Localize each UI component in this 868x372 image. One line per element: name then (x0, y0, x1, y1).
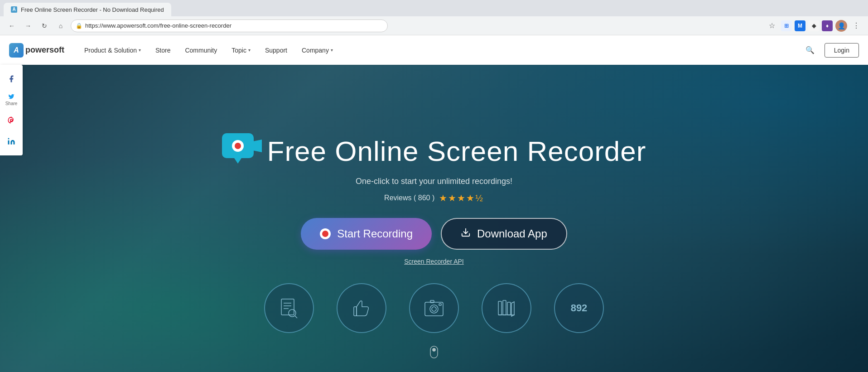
feature-icon-3[interactable] (409, 283, 459, 333)
svg-point-12 (432, 307, 436, 311)
star-rating: ★★★★½ (439, 193, 484, 203)
svg-rect-15 (498, 301, 502, 315)
ext-icon-3[interactable]: ◈ (808, 20, 819, 31)
recorder-dot (232, 140, 244, 152)
logo[interactable]: A powersoft (9, 43, 64, 58)
chevron-down-icon: ▾ (139, 48, 141, 53)
chevron-down-icon-topic: ▾ (248, 48, 251, 53)
scroll-indicator (429, 345, 439, 365)
site-navigation: A powersoft Product & Solution ▾ Store C… (0, 35, 868, 65)
url-text: https://www.apowersoft.com/free-online-s… (85, 22, 383, 29)
svg-point-7 (289, 309, 296, 317)
download-app-button[interactable]: Download App (441, 218, 567, 250)
nav-company[interactable]: Company ▾ (295, 43, 339, 58)
share-label: Share (5, 101, 18, 106)
chevron-down-icon-company: ▾ (331, 48, 333, 53)
api-link[interactable]: Screen Recorder API (404, 258, 464, 265)
feature-icon-1[interactable] (264, 283, 314, 333)
nav-product-solution[interactable]: Product & Solution ▾ (78, 43, 147, 58)
website-content: A powersoft Product & Solution ▾ Store C… (0, 35, 868, 372)
social-sidebar: Share (0, 65, 23, 155)
facebook-share-button[interactable] (0, 68, 23, 89)
download-icon (461, 227, 471, 240)
svg-line-8 (295, 316, 297, 318)
tab-favicon: A (11, 6, 17, 13)
logo-text: powersoft (25, 45, 64, 55)
nav-support[interactable]: Support (259, 43, 294, 58)
cta-row: Start Recording Download App (301, 218, 567, 250)
svg-rect-17 (507, 302, 511, 315)
svg-rect-16 (503, 300, 506, 315)
svg-rect-9 (354, 307, 357, 316)
search-button[interactable]: 🔍 (803, 43, 817, 58)
hero-content: Free Online Screen Recorder One-click to… (0, 65, 868, 372)
features-row: 892 (264, 283, 604, 333)
svg-rect-10 (425, 302, 443, 316)
svg-point-11 (430, 305, 438, 313)
pinterest-share-button[interactable] (0, 110, 23, 131)
record-indicator-icon (320, 228, 331, 239)
nav-community[interactable]: Community (178, 43, 223, 58)
nav-items: Product & Solution ▾ Store Community Top… (78, 43, 803, 58)
start-recording-button[interactable]: Start Recording (301, 218, 432, 250)
svg-rect-14 (439, 304, 441, 305)
browser-toolbar: ← → ↻ ⌂ 🔒 https://www.apowersoft.com/fre… (0, 16, 868, 35)
address-bar[interactable]: 🔒 https://www.apowersoft.com/free-online… (71, 19, 388, 32)
logo-icon: A (9, 43, 24, 58)
svg-rect-3 (281, 299, 294, 315)
ext-icon-4[interactable]: ♦ (822, 20, 833, 31)
start-recording-label: Start Recording (337, 227, 413, 240)
recorder-icon-background (222, 133, 254, 158)
twitter-share-button[interactable]: Share (0, 89, 23, 110)
reviews-count: 892 (571, 302, 588, 314)
nav-store[interactable]: Store (149, 43, 177, 58)
svg-point-20 (433, 348, 435, 351)
hero-title-row: Free Online Screen Recorder (222, 133, 646, 169)
reload-button[interactable]: ↻ (38, 19, 51, 32)
active-tab[interactable]: A Free Online Screen Recorder - No Downl… (4, 3, 171, 16)
recorder-app-icon (222, 133, 258, 169)
feature-icon-2[interactable] (337, 283, 386, 333)
login-button[interactable]: Login (825, 43, 859, 58)
browser-chrome: A Free Online Screen Recorder - No Downl… (0, 0, 868, 35)
more-options-button[interactable]: ⋮ (850, 19, 863, 32)
linkedin-share-button[interactable] (0, 131, 23, 152)
home-button[interactable]: ⌂ (54, 19, 67, 32)
tab-bar: A Free Online Screen Recorder - No Downl… (0, 0, 868, 16)
tab-title: Free Online Screen Recorder - No Downloa… (21, 6, 164, 13)
svg-rect-19 (430, 346, 438, 358)
ext-icon-2[interactable]: M (795, 20, 805, 31)
download-app-label: Download App (477, 227, 547, 240)
forward-button[interactable]: → (22, 19, 34, 32)
nav-right: 🔍 Login (803, 43, 859, 58)
back-button[interactable]: ← (5, 19, 18, 32)
svg-rect-13 (430, 300, 434, 303)
feature-reviews-badge[interactable]: 892 (554, 283, 604, 333)
feature-icon-4[interactable] (482, 283, 531, 333)
reviews-row: Reviews ( 860 ) ★★★★½ (384, 193, 484, 203)
ext-icon-1[interactable]: ⊞ (781, 20, 792, 31)
profile-avatar[interactable]: 👤 (835, 20, 847, 32)
hero-subtitle: One-click to start your unlimited record… (356, 177, 512, 186)
svg-point-1 (8, 138, 10, 140)
nav-topic[interactable]: Topic ▾ (225, 43, 257, 58)
lock-icon: 🔒 (76, 23, 82, 29)
hero-title: Free Online Screen Recorder (267, 136, 646, 167)
toolbar-right: ☆ ⊞ M ◈ ♦ 👤 ⋮ (766, 19, 863, 32)
reviews-label: Reviews ( 860 ) (384, 194, 434, 202)
bookmark-star-button[interactable]: ☆ (766, 19, 778, 32)
